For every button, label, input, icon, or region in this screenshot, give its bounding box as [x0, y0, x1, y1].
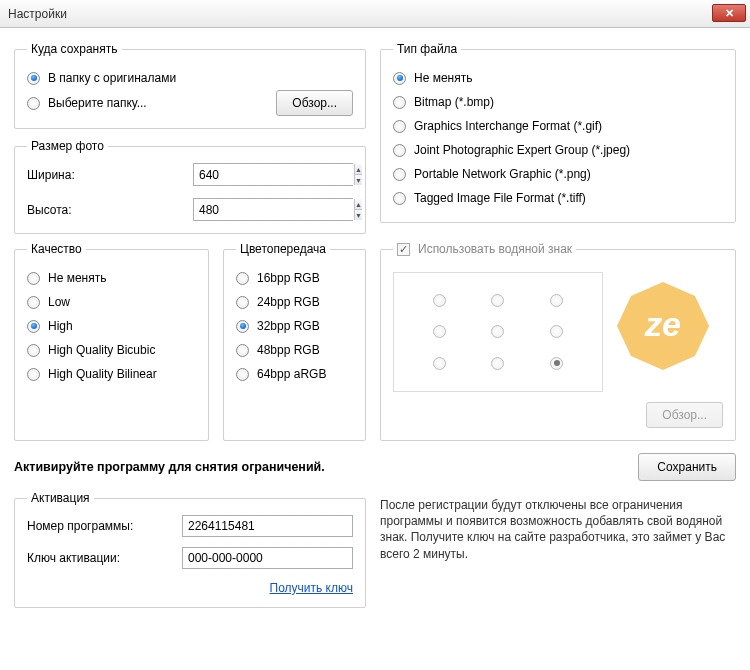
titlebar[interactable]: Настройки ✕: [0, 0, 750, 28]
radio-label: High: [48, 319, 73, 333]
filetype-option-2[interactable]: Graphics Interchange Format (*.gif): [393, 114, 723, 138]
group-quality: Качество Не менятьLowHighHigh Quality Bi…: [14, 242, 209, 441]
browse-folder-button[interactable]: Обзор...: [276, 90, 353, 116]
watermark-pos-0[interactable]: [433, 294, 446, 307]
filetype-option-1[interactable]: Bitmap (*.bmp): [393, 90, 723, 114]
spin-up-icon[interactable]: ▲: [354, 199, 362, 209]
legend-activation: Активация: [27, 491, 94, 505]
activation-key-input[interactable]: [182, 547, 353, 569]
radio-icon: [236, 296, 249, 309]
spin-down-icon[interactable]: ▼: [354, 174, 362, 185]
radio-label: Не менять: [414, 71, 472, 85]
radio-label: 16bpp RGB: [257, 271, 320, 285]
color-option-4[interactable]: 64bpp aRGB: [236, 362, 353, 386]
activate-message: Активируйте программу для снятия огранич…: [14, 460, 325, 474]
filetype-option-3[interactable]: Joint Photographic Expert Group (*.jpeg): [393, 138, 723, 162]
radio-icon: [27, 97, 40, 110]
watermark-pos-5[interactable]: [550, 325, 563, 338]
radio-icon: [393, 96, 406, 109]
watermark-position-grid[interactable]: [393, 272, 603, 392]
radio-label: 32bpp RGB: [257, 319, 320, 333]
quality-option-4[interactable]: High Quality Bilinear: [27, 362, 196, 386]
radio-icon: [393, 192, 406, 205]
radio-label: В папку с оригиналами: [48, 71, 176, 85]
legend-color: Цветопередача: [236, 242, 330, 256]
width-input[interactable]: [194, 164, 354, 185]
radio-label: Graphics Interchange Format (*.gif): [414, 119, 602, 133]
activation-description: После регистрации будут отключены все ог…: [380, 491, 736, 608]
legend-size: Размер фото: [27, 139, 108, 153]
group-size: Размер фото Ширина: ▲ ▼ Высота:: [14, 139, 366, 234]
watermark-pos-3[interactable]: [433, 325, 446, 338]
close-icon: ✕: [725, 7, 734, 20]
height-spinner[interactable]: ▲ ▼: [193, 198, 353, 221]
spin-up-icon[interactable]: ▲: [354, 164, 362, 174]
legend-filetype: Тип файла: [393, 42, 461, 56]
quality-option-3[interactable]: High Quality Bicubic: [27, 338, 196, 362]
svg-text:ze: ze: [644, 305, 681, 343]
radio-icon: [393, 72, 406, 85]
color-option-3[interactable]: 48bpp RGB: [236, 338, 353, 362]
watermark-pos-4[interactable]: [491, 325, 504, 338]
radio-label: Выберите папку...: [48, 96, 147, 110]
group-save-where: Куда сохранять В папку с оригиналами Выб…: [14, 42, 366, 129]
radio-label: 64bpp aRGB: [257, 367, 326, 381]
legend-save-where: Куда сохранять: [27, 42, 122, 56]
radio-save-choose[interactable]: Выберите папку...: [27, 91, 258, 115]
radio-label: 24bpp RGB: [257, 295, 320, 309]
quality-option-1[interactable]: Low: [27, 290, 196, 314]
watermark-browse-button: Обзор...: [646, 402, 723, 428]
group-filetype: Тип файла Не менятьBitmap (*.bmp)Graphic…: [380, 42, 736, 223]
program-number-input[interactable]: [182, 515, 353, 537]
radio-label: Не менять: [48, 271, 106, 285]
watermark-pos-8[interactable]: [550, 357, 563, 370]
quality-option-0[interactable]: Не менять: [27, 266, 196, 290]
close-button[interactable]: ✕: [712, 4, 746, 22]
watermark-pos-7[interactable]: [491, 357, 504, 370]
width-spinner[interactable]: ▲ ▼: [193, 163, 353, 186]
watermark-pos-2[interactable]: [550, 294, 563, 307]
width-label: Ширина:: [27, 168, 193, 182]
logo-icon: ze: [613, 276, 713, 376]
save-button[interactable]: Сохранить: [638, 453, 736, 481]
filetype-option-5[interactable]: Tagged Image File Format (*.tiff): [393, 186, 723, 210]
height-label: Высота:: [27, 203, 193, 217]
get-key-link[interactable]: Получить ключ: [182, 579, 353, 595]
filetype-option-0[interactable]: Не менять: [393, 66, 723, 90]
radio-icon: [393, 168, 406, 181]
radio-label: High Quality Bicubic: [48, 343, 155, 357]
radio-label: Bitmap (*.bmp): [414, 95, 494, 109]
radio-icon: [236, 272, 249, 285]
dialog-content: Куда сохранять В папку с оригиналами Выб…: [0, 28, 750, 670]
legend-quality: Качество: [27, 242, 86, 256]
radio-label: Tagged Image File Format (*.tiff): [414, 191, 586, 205]
radio-label: 48bpp RGB: [257, 343, 320, 357]
radio-save-originals[interactable]: В папку с оригиналами: [27, 66, 353, 90]
spin-down-icon[interactable]: ▼: [354, 209, 362, 220]
radio-icon: [236, 344, 249, 357]
watermark-checkbox: [397, 243, 410, 256]
radio-icon: [393, 120, 406, 133]
watermark-label: Использовать водяной знак: [418, 242, 572, 256]
radio-icon: [236, 320, 249, 333]
radio-label: Portable Network Graphic (*.png): [414, 167, 591, 181]
radio-icon: [27, 296, 40, 309]
radio-label: Joint Photographic Expert Group (*.jpeg): [414, 143, 630, 157]
color-option-1[interactable]: 24bpp RGB: [236, 290, 353, 314]
radio-icon: [27, 320, 40, 333]
radio-icon: [27, 72, 40, 85]
group-watermark: Использовать водяной знак ze Обзор...: [380, 242, 736, 441]
watermark-pos-6[interactable]: [433, 357, 446, 370]
radio-label: Low: [48, 295, 70, 309]
color-option-2[interactable]: 32bpp RGB: [236, 314, 353, 338]
filetype-option-4[interactable]: Portable Network Graphic (*.png): [393, 162, 723, 186]
window-title: Настройки: [8, 7, 67, 21]
color-option-0[interactable]: 16bpp RGB: [236, 266, 353, 290]
radio-icon: [27, 272, 40, 285]
quality-option-2[interactable]: High: [27, 314, 196, 338]
legend-watermark: Использовать водяной знак: [393, 242, 576, 256]
height-input[interactable]: [194, 199, 354, 220]
watermark-pos-1[interactable]: [491, 294, 504, 307]
group-activation: Активация Номер программы: Ключ активаци…: [14, 491, 366, 608]
radio-icon: [393, 144, 406, 157]
